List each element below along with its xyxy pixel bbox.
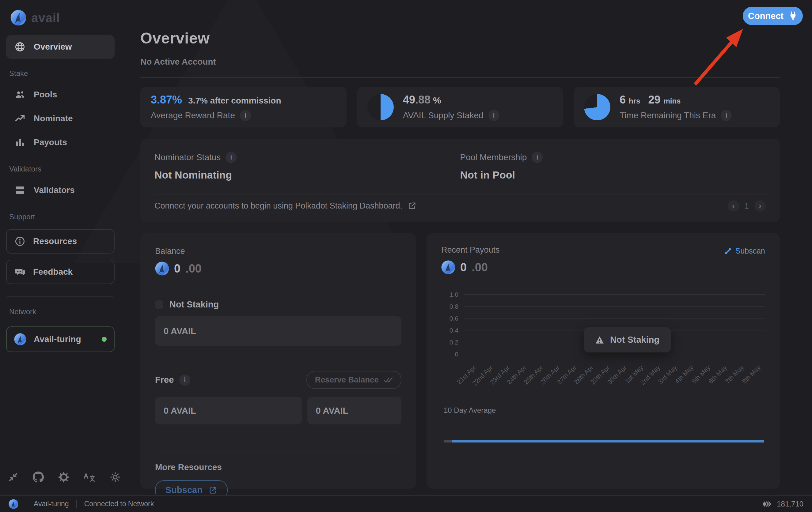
payouts-card-title: Recent Payouts — [441, 245, 765, 255]
compress-icon[interactable] — [8, 472, 19, 482]
github-icon[interactable] — [32, 471, 44, 483]
y-tick-label: 0 — [441, 351, 464, 358]
info-icon[interactable]: i — [721, 110, 732, 121]
sidebar-section-stake: Stake — [6, 59, 115, 83]
pool-membership-label: Pool Membership — [460, 152, 527, 162]
balance-card-divider — [155, 453, 401, 453]
payouts-chart-xlabels: 21st Apr22nd Apr23rd Apr24th Apr25th Apr… — [464, 360, 765, 401]
connect-accounts-prompt[interactable]: Connect your accounts to begin using Pol… — [154, 201, 416, 211]
sidebar-item-label: Feedback — [33, 267, 72, 277]
stats-row: 3.87% 3.7% after commission Average Rewa… — [140, 87, 780, 127]
info-icon[interactable]: i — [488, 110, 499, 121]
sidebar-item-resources[interactable]: Resources — [6, 229, 115, 253]
reward-rate-note: 3.7% after commission — [188, 96, 281, 106]
sidebar-item-label: Nominate — [34, 114, 73, 123]
x-tick-label: 4th May — [673, 364, 695, 385]
sidebar-section-network: Network — [6, 297, 115, 321]
sidebar-item-feedback[interactable]: Feedback — [6, 260, 115, 284]
info-icon[interactable]: i — [240, 110, 251, 121]
bar-chart-icon — [14, 137, 26, 148]
statusbar-divider — [76, 500, 77, 508]
supply-staked-label: AVAIL Supply Staked — [403, 111, 484, 120]
payouts-chart: 1.00.80.60.40.20 21st Apr22nd Apr23rd Ap… — [441, 289, 765, 401]
statusbar-network-name: Avail-turing — [34, 500, 69, 508]
avail-token-icon — [155, 262, 169, 276]
sidebar-item-label: Payouts — [34, 138, 67, 147]
nominator-status-block: Nominator Status i Not Nominating — [154, 152, 460, 181]
gear-icon[interactable] — [58, 472, 69, 483]
info-icon[interactable]: i — [179, 374, 190, 386]
sidebar-item-nominate[interactable]: Nominate — [6, 107, 115, 130]
sidebar-item-label: Resources — [33, 236, 77, 246]
pool-membership-block: Pool Membership i Not in Pool — [460, 152, 766, 181]
language-icon[interactable] — [83, 472, 96, 482]
payouts-amount-int: 0 — [460, 261, 467, 274]
trend-up-icon — [14, 113, 26, 124]
sidebar-item-label: Overview — [34, 42, 72, 52]
staking-status-card: Nominator Status i Not Nominating Pool M… — [140, 139, 780, 222]
chart-gridline-row: 1.0 — [441, 289, 765, 300]
chevron-left-icon[interactable]: ‹ — [728, 200, 739, 212]
payouts-card-divider — [441, 421, 765, 421]
not-staking-checkbox[interactable] — [155, 300, 163, 309]
staked-amount-field: 0 AVAIL — [155, 316, 401, 346]
connection-status: Connected to Network — [84, 500, 154, 508]
connect-button-label: Connect — [748, 11, 783, 21]
sidebar-item-validators[interactable]: Validators — [6, 178, 115, 202]
supply-staked-unit: % — [433, 95, 441, 106]
server-icon — [14, 185, 26, 196]
y-tick-label: 0.8 — [441, 303, 464, 310]
avail-logo-icon — [14, 333, 26, 345]
warning-icon — [596, 336, 604, 344]
subscan-link[interactable]: Subscan — [724, 246, 765, 255]
status-bar: Avail-turing Connected to Network 181,71… — [0, 495, 812, 512]
sun-icon[interactable] — [110, 472, 121, 483]
stat-card-reward-rate: 3.87% 3.7% after commission Average Rewa… — [140, 87, 347, 127]
reward-rate-label: Average Reward Rate — [151, 111, 235, 120]
not-staking-overlay: Not Staking — [584, 327, 671, 353]
sidebar-item-label: Validators — [34, 185, 75, 195]
reserve-balance-toggle[interactable]: Reserve Balance — [307, 371, 401, 389]
subscan-link-label: Subscan — [735, 246, 765, 255]
globe-icon — [14, 41, 26, 52]
sidebar-item-overview[interactable]: Overview — [6, 35, 115, 59]
free-balance-label: Free — [155, 375, 174, 385]
double-check-icon — [384, 377, 393, 384]
app-logo[interactable]: avail — [6, 8, 115, 35]
network-status-dot — [102, 337, 107, 342]
sidebar-section-validators: Validators — [6, 154, 115, 178]
external-link-icon — [408, 202, 416, 210]
connect-button[interactable]: Connect — [743, 7, 803, 25]
balance-amount-int: 0 — [174, 262, 180, 275]
info-circle-icon — [14, 236, 26, 247]
x-tick-label: 6th May — [707, 364, 729, 385]
ten-day-average-label: 10 Day Average — [444, 406, 765, 415]
supply-staked-frac: .88 — [415, 93, 431, 106]
block-number: 181,710 — [777, 500, 804, 508]
sidebar-utility-bar — [6, 471, 115, 495]
block-icon — [762, 501, 773, 507]
y-tick-label: 1.0 — [441, 291, 464, 298]
sidebar: avail Overview Stake Pools Nominate — [0, 0, 120, 495]
network-selector[interactable]: Avail-turing — [6, 326, 115, 352]
era-minutes-value: 29 — [648, 93, 660, 106]
active-account-status: No Active Account — [140, 57, 780, 67]
sidebar-item-pools[interactable]: Pools — [6, 83, 115, 107]
nominator-status-label: Nominator Status — [154, 152, 221, 162]
chevron-right-icon[interactable]: › — [754, 200, 766, 212]
average-line — [452, 440, 764, 443]
external-link-icon — [209, 486, 217, 494]
era-time-label: Time Remaining This Era — [619, 111, 716, 120]
reserve-amount-field: 0 AVAIL — [307, 397, 402, 424]
info-icon[interactable]: i — [532, 152, 543, 163]
page-title: Overview — [140, 29, 780, 47]
avail-token-icon — [441, 260, 455, 274]
statusbar-divider — [26, 500, 26, 508]
sidebar-item-payouts[interactable]: Payouts — [6, 130, 115, 154]
info-icon[interactable]: i — [226, 152, 237, 163]
subscan-icon — [724, 247, 732, 255]
y-tick-label: 0.6 — [441, 315, 464, 322]
pool-membership-value: Not in Pool — [460, 169, 766, 181]
app-window: avail Overview Stake Pools Nominate — [0, 0, 812, 512]
gridline — [464, 306, 765, 306]
